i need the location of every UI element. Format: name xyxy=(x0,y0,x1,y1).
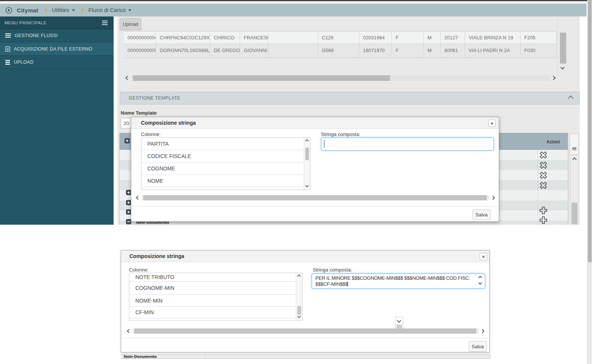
dialog-header[interactable]: Composizione stringa xyxy=(131,117,499,129)
dialog-header[interactable]: Composizione stringa xyxy=(121,251,489,262)
stringa-composta-label: Stringa composta: xyxy=(313,267,352,273)
composizione-stringa-dialog-2: Composizione stringa × Colonne: NOTE TRI… xyxy=(121,250,490,352)
top-navigation-bar: Citymat Utilities Flussi di Carico xyxy=(0,4,586,16)
sidebar-item-acquisizione-file-esterno[interactable]: ACQUISIZIONE DA FILE ESTERNO xyxy=(0,42,114,56)
column-chooser-button[interactable] xyxy=(570,134,579,155)
scroll-left-icon[interactable] xyxy=(136,195,140,200)
stringa-composta-input[interactable] xyxy=(321,137,494,151)
list-item[interactable]: COGNOME xyxy=(141,163,310,175)
table-cell: G568 xyxy=(318,44,359,58)
table-cell: M xyxy=(424,31,441,44)
list-item[interactable]: NOTE TRIBUTO xyxy=(129,273,302,282)
dialog-hscrollbar[interactable] xyxy=(134,194,496,201)
scroll-up-icon[interactable] xyxy=(572,157,576,161)
scroll-down-icon[interactable] xyxy=(297,315,301,318)
scrollbar-thumb[interactable] xyxy=(143,195,487,200)
expand-row-button[interactable] xyxy=(126,200,131,205)
scroll-right-icon[interactable] xyxy=(551,76,555,80)
tab-upload-label: Upload xyxy=(123,21,138,27)
add-row-icon[interactable] xyxy=(539,206,548,215)
delete-row-icon[interactable] xyxy=(539,161,548,169)
table-border xyxy=(557,17,558,73)
page-vertical-scrollbar[interactable] xyxy=(587,0,592,364)
column-divider xyxy=(538,150,538,225)
scrollbar-thumb[interactable] xyxy=(134,328,476,334)
composizione-stringa-dialog-1: Composizione stringa × Colonne: PARTITA … xyxy=(131,117,499,222)
table-cell: DGRGNN70L16G568L xyxy=(156,44,210,58)
scroll-up-icon[interactable] xyxy=(297,274,301,278)
nome-template-label: Nome Template xyxy=(121,110,157,116)
scroll-right-icon[interactable] xyxy=(490,195,495,200)
save-button[interactable]: Salva xyxy=(469,341,487,352)
template-table-vscrollbar[interactable] xyxy=(570,155,579,225)
table-row[interactable]: 00000000004 CHRFNC64C02C129X CHIRICO FRA… xyxy=(124,31,556,44)
scroll-down-icon[interactable] xyxy=(305,184,309,188)
collapse-panel-icon[interactable] xyxy=(568,95,573,101)
scroll-left-icon[interactable] xyxy=(127,329,131,333)
columns-listbox: NOTE TRIBUTO COGNOME-MIN NOME-MIN CF-MIN xyxy=(129,273,303,321)
scrollbar-thumb[interactable] xyxy=(572,203,578,224)
sidebar-item-upload[interactable]: UPLOAD xyxy=(0,56,114,69)
scroll-left-icon[interactable] xyxy=(125,76,129,80)
expand-all-button[interactable] xyxy=(124,138,130,143)
brand-title[interactable]: Citymat xyxy=(17,7,38,13)
collapse-row-button[interactable] xyxy=(126,219,131,224)
sidebar-item-label: ACQUISIZIONE DA FILE ESTERNO xyxy=(14,46,92,52)
sidebar-item-gestione-flussi[interactable]: GESTIONE FLUSSI xyxy=(0,29,114,42)
scrollbar-thumb[interactable] xyxy=(305,148,309,160)
citymat-logo-icon xyxy=(5,7,12,14)
scroll-down-icon[interactable] xyxy=(397,318,401,322)
scroll-down-icon[interactable] xyxy=(478,281,482,285)
expand-row-button[interactable] xyxy=(126,190,131,195)
list-vscrollbar[interactable] xyxy=(304,138,310,189)
list-vscrollbar[interactable] xyxy=(296,273,302,320)
menu-flussi-di-carico[interactable]: Flussi di Carico xyxy=(88,7,131,13)
table-hscrollbar[interactable] xyxy=(124,75,556,81)
close-icon[interactable]: × xyxy=(488,119,496,127)
save-button[interactable]: Salva xyxy=(472,209,490,220)
delete-row-icon[interactable] xyxy=(539,171,548,179)
add-row-icon[interactable] xyxy=(539,216,548,224)
list-item[interactable]: CODICE FISCALE xyxy=(141,150,310,163)
scroll-up-icon[interactable] xyxy=(305,139,309,143)
table-cell: GIOVANNI xyxy=(240,44,268,58)
menu-collapse-icon[interactable] xyxy=(102,21,108,25)
list-item[interactable]: NOME xyxy=(141,175,310,187)
column-divider xyxy=(568,150,569,225)
scroll-up-icon[interactable] xyxy=(478,276,482,280)
table-cell: 00000000005 xyxy=(124,44,156,58)
tab-upload[interactable]: Upload xyxy=(120,18,141,30)
sidebar-header-label: MENU PRINCIPALE xyxy=(4,21,46,25)
table-vscrollbar-thumb[interactable] xyxy=(560,33,566,64)
table-cell: 00000000004 xyxy=(124,31,156,44)
dialog-hscrollbar[interactable] xyxy=(125,328,486,334)
list-item[interactable]: CF-MIN xyxy=(129,307,302,318)
list-item[interactable]: COGNOME-MIN xyxy=(129,282,302,295)
menu-flussi-label: Flussi di Carico xyxy=(88,7,126,13)
close-icon[interactable]: × xyxy=(480,253,487,260)
list-item[interactable]: NOME-MIN xyxy=(129,295,302,307)
table-row[interactable]: 00000000005 DGRGNN70L16G568L DE GREGORIO… xyxy=(124,44,556,58)
sidebar: MENU PRINCIPALE GESTIONE FLUSSI ACQUISIZ… xyxy=(0,16,114,225)
stringa-composta-textarea[interactable]: PER IL MINORE $$$COGNOME-MIN$$$ $$$NOME-… xyxy=(312,273,485,289)
table-cell: C129 xyxy=(318,31,359,44)
application-window: Citymat Utilities Flussi di Carico MENU … xyxy=(0,0,600,364)
chevron-down-icon xyxy=(128,9,131,11)
scroll-right-icon[interactable] xyxy=(480,329,484,333)
delete-row-icon[interactable] xyxy=(539,181,548,189)
table-hscrollbar-thumb[interactable] xyxy=(133,75,390,81)
delete-row-icon[interactable] xyxy=(539,151,548,159)
records-table: 00000000004 CHRFNC64C02C129X CHIRICO FRA… xyxy=(124,31,556,58)
expand-row-button[interactable] xyxy=(126,209,131,215)
breadcrumb-chevron-icon xyxy=(43,8,47,12)
table-cell: M xyxy=(424,44,441,58)
note-documento-row: Note Documento xyxy=(121,354,490,359)
menu-utilities-label: Utilities xyxy=(52,7,69,13)
scrollbar-thumb[interactable] xyxy=(297,306,301,315)
menu-utilities[interactable]: Utilities xyxy=(52,7,75,13)
list-item[interactable]: PARTITA xyxy=(141,138,310,150)
page-scrollbar-thumb[interactable] xyxy=(588,0,592,262)
table-cell: CHIRICO xyxy=(210,31,240,44)
stringa-composta-label: Stringa composta: xyxy=(321,131,360,137)
gestione-template-panel-header[interactable]: GESTIONE TEMPLATE xyxy=(120,92,580,104)
